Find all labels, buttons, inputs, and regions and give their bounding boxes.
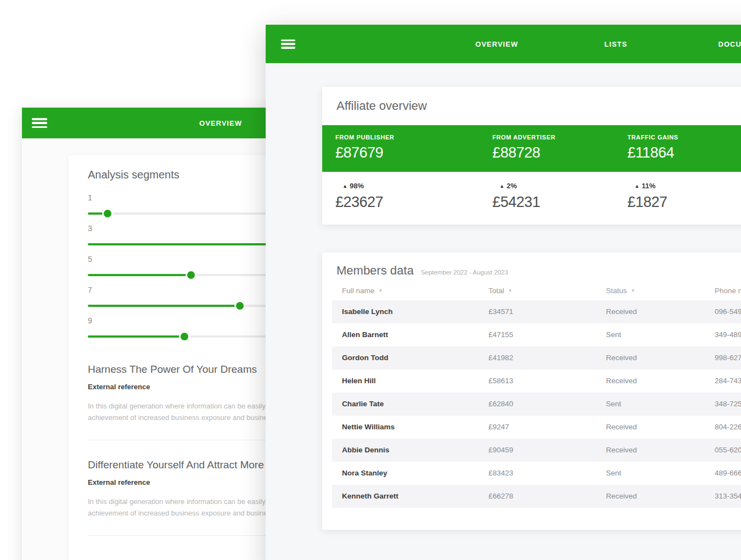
column-label: Total (489, 287, 504, 295)
stat-publisher: FROM PUBLISHER £87679 (335, 134, 492, 161)
column-header-status[interactable]: Status▼ (606, 287, 715, 295)
cell-phone: 313-354 (715, 492, 741, 501)
cell-total: £9247 (489, 423, 606, 432)
stats-delta-row: ▲98% £23627 ▲2% £54231 ▲11% £1827 (322, 172, 741, 225)
table-row[interactable]: Nora Stanley £83423 Sent 489-666 (332, 462, 741, 485)
cell-phone: 348-725 (715, 400, 741, 408)
delta-percent-value: 98% (350, 182, 364, 190)
table-row[interactable]: Nettie Williams £9247 Received 804-226 (332, 416, 741, 439)
slider-thumb[interactable] (104, 210, 111, 217)
members-data-card: Members data September 2022 - August 202… (322, 253, 741, 530)
delta-percent: ▲98% (343, 182, 492, 190)
cell-status: Received (606, 446, 715, 455)
cell-status: Sent (606, 469, 715, 478)
slider-thumb[interactable] (181, 333, 188, 340)
cell-full-name: Nettie Williams (342, 423, 489, 432)
cell-full-name: Isabelle Lynch (342, 307, 489, 316)
column-label: Full name (342, 287, 374, 295)
menu-icon[interactable] (281, 40, 295, 49)
slider-fill (88, 335, 184, 338)
stat-advertiser: FROM ADVERTISER £88728 (492, 134, 627, 161)
sort-caret-icon: ▼ (508, 288, 513, 293)
nav-item-overview[interactable]: OVERVIEW (199, 119, 242, 127)
table-row[interactable]: Gordon Todd £41982 Received 998-627 (332, 346, 741, 369)
slider-thumb[interactable] (236, 302, 244, 310)
members-card-title: Members data (336, 264, 414, 278)
table-row[interactable]: Charlie Tate £62840 Sent 348-725 (332, 393, 741, 416)
affiliate-card-title: Affiliate overview (322, 87, 741, 125)
delta-publisher: ▲98% £23627 (335, 182, 492, 211)
table-row[interactable]: Isabelle Lynch £34571 Received 096-549 (332, 300, 741, 323)
stat-label: FROM ADVERTISER (492, 134, 627, 141)
column-header-full-name[interactable]: Full name▼ (342, 287, 489, 295)
nav-item-overview[interactable]: OVERVIEW (475, 40, 518, 48)
table-row[interactable]: Allen Barnett £47155 Sent 349-489 (332, 323, 741, 346)
delta-percent: ▲2% (499, 182, 627, 190)
delta-amount: £54231 (492, 194, 627, 211)
arrow-up-icon: ▲ (343, 183, 347, 189)
cell-status: Received (606, 377, 715, 385)
nav-item-documents[interactable]: DOCUMENTS (718, 40, 741, 48)
table-header-row: Full name▼ Total▼ Status▼ Phone number (322, 278, 741, 300)
slider-thumb[interactable] (187, 271, 195, 279)
table-row[interactable]: Abbie Dennis £90459 Received 055-620 (332, 439, 741, 462)
table-row[interactable]: Kenneth Garrett £66278 Received 313-354 (332, 485, 741, 508)
cell-full-name: Allen Barnett (342, 331, 489, 339)
stats-green-band: FROM PUBLISHER £87679 FROM ADVERTISER £8… (322, 125, 741, 172)
cell-total: £34571 (489, 307, 606, 316)
cell-total: £41982 (489, 354, 606, 362)
cell-phone: 284-743 (715, 377, 741, 385)
stat-value: £87679 (335, 144, 492, 161)
affiliate-overview-card: Affiliate overview FROM PUBLISHER £87679… (322, 87, 741, 225)
arrow-up-icon: ▲ (499, 183, 504, 189)
cell-full-name: Abbie Dennis (342, 446, 489, 455)
cell-status: Received (606, 423, 715, 432)
cell-phone: 804-226 (715, 423, 741, 432)
cell-full-name: Helen Hill (342, 377, 489, 385)
menu-icon[interactable] (32, 118, 47, 128)
cell-phone: 096-549 (715, 307, 741, 316)
stat-value: £11864 (627, 144, 741, 161)
slider-fill (88, 305, 240, 307)
table-body: Isabelle Lynch £34571 Received 096-549 A… (322, 300, 741, 508)
members-date-range: September 2022 - August 2023 (421, 269, 508, 276)
cell-full-name: Gordon Todd (342, 354, 489, 362)
members-card-header: Members data September 2022 - August 202… (322, 253, 741, 278)
stat-label: FROM PUBLISHER (335, 134, 492, 141)
cell-total: £66278 (489, 492, 606, 501)
delta-percent: ▲11% (635, 182, 741, 190)
cell-total: £90459 (489, 446, 606, 455)
nav-item-lists[interactable]: LISTS (604, 40, 627, 48)
cell-status: Sent (606, 331, 715, 339)
stat-traffic: TRAFFIC GAINS £11864 (627, 134, 741, 161)
delta-percent-value: 2% (507, 182, 517, 190)
arrow-up-icon: ▲ (635, 183, 639, 189)
delta-advertiser: ▲2% £54231 (492, 182, 627, 211)
column-header-phone[interactable]: Phone number (715, 287, 741, 295)
cell-phone: 489-666 (715, 469, 741, 478)
table-row[interactable]: Helen Hill £58613 Received 284-743 (332, 369, 741, 393)
cell-total: £83423 (489, 469, 606, 478)
delta-traffic: ▲11% £1827 (627, 182, 741, 211)
cell-status: Sent (606, 400, 715, 408)
affiliate-window: OVERVIEW LISTS DOCUMENTS Affiliate overv… (266, 25, 741, 560)
sort-caret-icon: ▼ (378, 288, 383, 293)
cell-phone: 349-489 (715, 331, 741, 339)
cell-total: £58613 (489, 377, 606, 385)
cell-full-name: Nora Stanley (342, 469, 489, 478)
column-header-total[interactable]: Total▼ (489, 287, 606, 295)
cell-phone: 055-620 (715, 446, 741, 455)
cell-full-name: Charlie Tate (342, 400, 489, 408)
stat-value: £88728 (492, 144, 627, 161)
cell-total: £62840 (489, 400, 606, 408)
cell-total: £47155 (489, 331, 606, 339)
right-app-bar: OVERVIEW LISTS DOCUMENTS (266, 25, 741, 63)
stat-label: TRAFFIC GAINS (627, 134, 741, 141)
cell-status: Received (606, 307, 715, 316)
column-label: Phone number (715, 287, 741, 295)
column-label: Status (606, 287, 627, 295)
sort-caret-icon: ▼ (631, 288, 635, 293)
delta-percent-value: 11% (642, 182, 655, 190)
delta-amount: £1827 (627, 194, 741, 211)
cell-status: Received (606, 354, 715, 362)
